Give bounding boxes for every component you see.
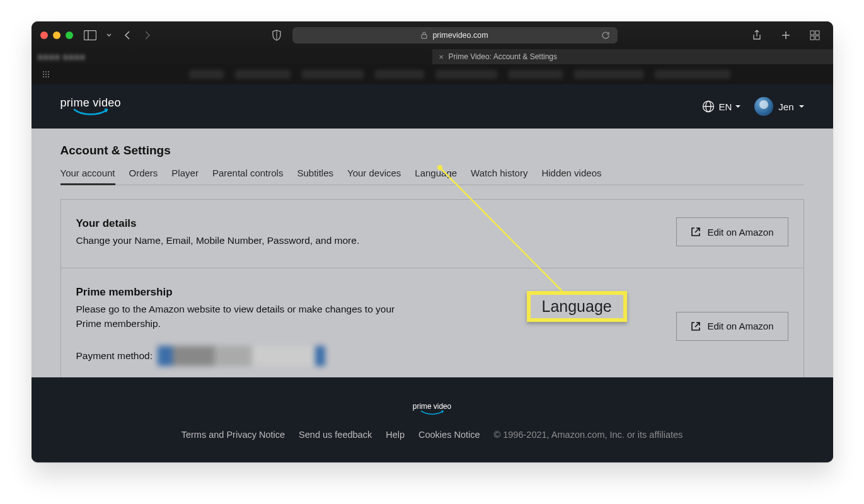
address-bar[interactable]: primevideo.com xyxy=(292,27,618,43)
browser-toolbar: primevideo.com xyxy=(32,21,833,49)
page-content: Account & Settings Your account Orders P… xyxy=(32,129,833,377)
tab-player[interactable]: Player xyxy=(171,168,199,185)
svg-rect-0 xyxy=(84,31,96,40)
card-title: Your details xyxy=(76,217,417,230)
caret-down-icon xyxy=(735,105,740,108)
back-button[interactable] xyxy=(121,28,135,42)
svg-point-15 xyxy=(45,76,46,77)
payment-method-value xyxy=(158,346,325,366)
card-desc: Change your Name, Email, Mobile Number, … xyxy=(76,234,417,248)
prime-video-logo-footer[interactable]: prime video xyxy=(413,403,451,416)
site-header: prime video EN Jen xyxy=(32,84,833,129)
username: Jen xyxy=(778,101,793,112)
site-footer: prime video Terms and Privacy Notice Sen… xyxy=(32,377,833,462)
svg-rect-6 xyxy=(810,36,814,40)
footer-link-feedback[interactable]: Send us feedback xyxy=(299,430,372,440)
svg-point-11 xyxy=(42,74,43,75)
svg-point-16 xyxy=(47,76,49,77)
edit-on-amazon-button[interactable]: Edit on Amazon xyxy=(676,312,788,341)
sidebar-toggle-button[interactable] xyxy=(83,28,97,42)
tab-subtitles[interactable]: Subtitles xyxy=(297,168,333,185)
bookmark-item[interactable] xyxy=(189,70,224,79)
page-title: Account & Settings xyxy=(60,144,804,158)
close-tab-icon[interactable]: ✕ xyxy=(439,54,444,60)
external-link-icon xyxy=(691,227,701,237)
chevron-down-icon[interactable] xyxy=(106,28,112,42)
annotation-callout: Language xyxy=(527,291,627,322)
payment-method-label: Payment method: xyxy=(76,350,153,362)
share-button[interactable] xyxy=(750,28,764,42)
language-picker[interactable]: EN xyxy=(702,100,740,113)
card-desc: Please go to the Amazon website to view … xyxy=(76,302,417,331)
privacy-shield-icon[interactable] xyxy=(270,28,284,42)
bookmark-item[interactable] xyxy=(302,70,364,79)
bookmark-item[interactable] xyxy=(235,70,291,79)
svg-point-13 xyxy=(47,74,49,75)
window-controls xyxy=(40,32,73,39)
maximize-window-button[interactable] xyxy=(66,32,73,39)
footer-links: Terms and Privacy Notice Send us feedbac… xyxy=(181,430,683,440)
avatar xyxy=(754,97,773,116)
bookmark-item[interactable] xyxy=(574,70,643,79)
card-title: Prime membership xyxy=(76,286,417,299)
svg-point-9 xyxy=(45,71,46,72)
tab-overview-button[interactable] xyxy=(808,28,822,42)
browser-tab-2[interactable]: ✕ Prime Video: Account & Settings xyxy=(432,49,833,64)
svg-point-12 xyxy=(45,74,46,75)
tab-language[interactable]: Language xyxy=(415,168,457,185)
external-link-icon xyxy=(691,321,701,331)
svg-rect-7 xyxy=(815,36,819,40)
edit-on-amazon-button[interactable]: Edit on Amazon xyxy=(676,217,788,246)
tab-label: ∎∎∎∎ ∎∎∎∎ xyxy=(38,52,86,61)
svg-rect-3 xyxy=(422,35,427,38)
bookmark-item[interactable] xyxy=(375,70,424,79)
tab-hidden-videos[interactable]: Hidden videos xyxy=(541,168,601,185)
footer-link-cookies[interactable]: Cookies Notice xyxy=(418,430,480,440)
apps-grid-icon[interactable] xyxy=(39,67,53,81)
your-details-card: Your details Change your Name, Email, Mo… xyxy=(60,199,804,268)
lang-code: EN xyxy=(718,101,732,112)
prime-video-logo[interactable]: prime video xyxy=(60,96,121,117)
footer-link-terms[interactable]: Terms and Privacy Notice xyxy=(181,430,285,440)
bookmark-item[interactable] xyxy=(655,70,730,79)
tab-orders[interactable]: Orders xyxy=(129,168,158,185)
bookmark-item[interactable] xyxy=(435,70,497,79)
caret-down-icon xyxy=(799,105,804,108)
close-window-button[interactable] xyxy=(40,32,48,39)
bookmark-item[interactable] xyxy=(509,70,563,79)
svg-point-14 xyxy=(42,76,43,77)
tab-watch-history[interactable]: Watch history xyxy=(471,168,527,185)
tab-your-devices[interactable]: Your devices xyxy=(347,168,401,185)
prime-membership-card: Prime membership Please go to the Amazon… xyxy=(60,268,804,377)
new-tab-button[interactable] xyxy=(779,28,793,42)
svg-point-8 xyxy=(42,71,43,72)
svg-point-10 xyxy=(47,71,49,72)
browser-tabs: ∎∎∎∎ ∎∎∎∎ ✕ Prime Video: Account & Setti… xyxy=(32,49,833,64)
globe-icon xyxy=(702,100,715,113)
settings-tabs: Your account Orders Player Parental cont… xyxy=(60,168,804,185)
svg-rect-4 xyxy=(810,31,814,35)
footer-link-help[interactable]: Help xyxy=(386,430,405,440)
favorites-bar xyxy=(32,64,833,84)
forward-button[interactable] xyxy=(140,28,154,42)
url-text: primevideo.com xyxy=(432,31,488,40)
svg-rect-5 xyxy=(815,31,819,35)
browser-window: primevideo.com ∎∎∎∎ ∎∎∎∎ ✕ Prime Video: … xyxy=(32,21,833,462)
tab-parental-controls[interactable]: Parental controls xyxy=(212,168,284,185)
tab-label: Prime Video: Account & Settings xyxy=(449,52,558,61)
refresh-button[interactable] xyxy=(599,28,613,42)
browser-tab-1[interactable]: ∎∎∎∎ ∎∎∎∎ xyxy=(32,49,432,64)
minimize-window-button[interactable] xyxy=(53,32,60,39)
footer-copyright: © 1996-2021, Amazon.com, Inc. or its aff… xyxy=(494,430,683,440)
lock-icon xyxy=(421,32,427,39)
user-menu[interactable]: Jen xyxy=(754,97,804,116)
tab-your-account[interactable]: Your account xyxy=(60,168,115,185)
